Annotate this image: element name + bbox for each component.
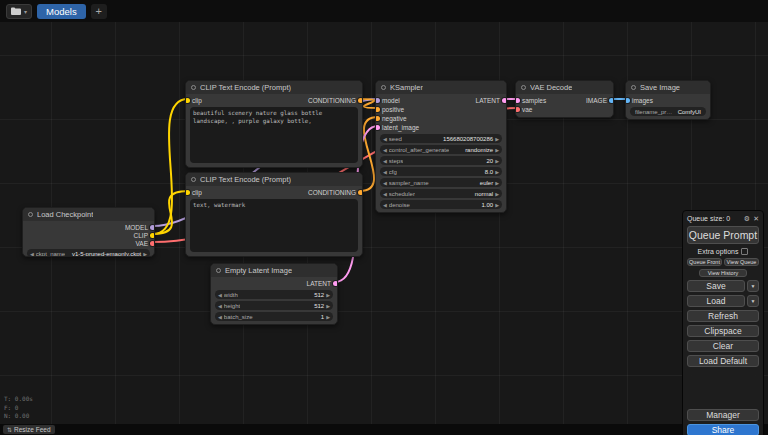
decrement-arrow-icon[interactable]: ◀ xyxy=(30,251,34,257)
samples-input-port[interactable] xyxy=(515,98,520,103)
negative-input-port[interactable] xyxy=(375,116,380,121)
load-dropdown-button[interactable]: ▼ xyxy=(747,295,759,307)
increment-arrow-icon[interactable]: ▶ xyxy=(495,191,499,197)
collapse-icon[interactable] xyxy=(521,85,526,90)
widget-control-after-generate[interactable]: ◀control_after_generaterandomize▶ xyxy=(380,145,502,154)
node-clip-text-encode-negative[interactable]: CLIP Text Encode (Prompt) clip CONDITION… xyxy=(185,172,363,257)
decrement-arrow-icon[interactable]: ◀ xyxy=(383,180,387,186)
node-header[interactable]: VAE Decode xyxy=(516,81,613,94)
collapse-icon[interactable] xyxy=(191,85,196,90)
decrement-arrow-icon[interactable]: ◀ xyxy=(383,147,387,153)
gear-icon[interactable]: ⚙ xyxy=(744,215,750,222)
new-workflow-button[interactable]: + xyxy=(91,4,107,19)
latent-output-port[interactable] xyxy=(333,281,338,286)
increment-arrow-icon[interactable]: ▶ xyxy=(495,180,499,186)
queue-prompt-button[interactable]: Queue Prompt xyxy=(687,226,759,244)
workflows-folder-button[interactable]: ▾ xyxy=(6,4,32,19)
widget-width[interactable]: ◀width512▶ xyxy=(215,290,333,299)
conditioning-output-port[interactable] xyxy=(358,190,363,195)
decrement-arrow-icon[interactable]: ◀ xyxy=(383,191,387,197)
decrement-arrow-icon[interactable]: ◀ xyxy=(218,303,222,309)
view-history-button[interactable]: View History xyxy=(699,269,747,277)
increment-arrow-icon[interactable]: ▶ xyxy=(326,303,330,309)
images-input-port[interactable] xyxy=(625,98,630,103)
increment-arrow-icon[interactable]: ▶ xyxy=(495,169,499,175)
widget-batch-size[interactable]: ◀batch_size1▶ xyxy=(215,312,333,321)
decrement-arrow-icon[interactable]: ◀ xyxy=(383,136,387,142)
increment-arrow-icon[interactable]: ▶ xyxy=(143,251,147,257)
output-label-image: IMAGE xyxy=(586,97,607,104)
conditioning-output-port[interactable] xyxy=(358,98,363,103)
manager-button[interactable]: Manager xyxy=(687,409,759,421)
model-input-port[interactable] xyxy=(375,98,380,103)
close-icon[interactable]: ✕ xyxy=(753,215,759,222)
increment-arrow-icon[interactable]: ▶ xyxy=(495,202,499,208)
increment-arrow-icon[interactable]: ▶ xyxy=(326,314,330,320)
decrement-arrow-icon[interactable]: ◀ xyxy=(383,202,387,208)
node-save-image[interactable]: Save Image images filename_prefix ComfyU… xyxy=(625,80,711,120)
view-history-label: View History xyxy=(708,270,738,276)
node-header[interactable]: CLIP Text Encode (Prompt) xyxy=(186,81,362,94)
node-header[interactable]: Empty Latent Image xyxy=(211,264,337,277)
widget-name: batch_size xyxy=(224,314,253,320)
clip-output-port[interactable] xyxy=(150,233,155,238)
clip-input-port[interactable] xyxy=(185,98,190,103)
extra-options-checkbox[interactable] xyxy=(741,248,748,255)
load-default-button[interactable]: Load Default xyxy=(687,355,759,367)
node-header[interactable]: CLIP Text Encode (Prompt) xyxy=(186,173,362,186)
positive-input-port[interactable] xyxy=(375,107,380,112)
widget-scheduler[interactable]: ◀schedulernormal▶ xyxy=(380,189,502,198)
collapse-icon[interactable] xyxy=(216,268,221,273)
widget-filename-prefix[interactable]: filename_prefix ComfyUI xyxy=(630,107,706,116)
view-queue-button[interactable]: View Queue xyxy=(724,258,759,266)
collapse-icon[interactable] xyxy=(631,85,636,90)
latent-image-input-port[interactable] xyxy=(375,125,380,130)
save-button[interactable]: Save xyxy=(687,280,745,292)
increment-arrow-icon[interactable]: ▶ xyxy=(326,292,330,298)
collapse-icon[interactable] xyxy=(381,85,386,90)
widget-ckpt-name[interactable]: ◀ ckpt_name v1-5-pruned-emaonly.ckpt ▶ xyxy=(27,249,150,257)
prompt-textarea[interactable]: beautiful scenery nature glass bottle la… xyxy=(190,107,358,163)
node-ksampler[interactable]: KSampler model LATENT positive negative … xyxy=(375,80,507,213)
widget-steps[interactable]: ◀steps20▶ xyxy=(380,156,502,165)
load-button[interactable]: Load xyxy=(687,295,745,307)
tab-models[interactable]: Models xyxy=(37,4,86,19)
node-empty-latent-image[interactable]: Empty Latent Image LATENT ◀width512▶ ◀he… xyxy=(210,263,338,325)
decrement-arrow-icon[interactable]: ◀ xyxy=(218,292,222,298)
decrement-arrow-icon[interactable]: ◀ xyxy=(218,314,222,320)
node-load-checkpoint[interactable]: Load Checkpoint MODEL CLIP VAE ◀ ckpt_na… xyxy=(22,207,155,257)
collapse-icon[interactable] xyxy=(28,212,33,217)
widget-cfg[interactable]: ◀cfg8.0▶ xyxy=(380,167,502,176)
prompt-textarea[interactable]: text, watermark xyxy=(190,199,358,252)
node-vae-decode[interactable]: VAE Decode samples IMAGE vae xyxy=(515,80,614,118)
node-header[interactable]: Load Checkpoint xyxy=(23,208,154,221)
resize-feed-button[interactable]: ⇅ Resize Feed xyxy=(3,425,55,434)
widget-seed[interactable]: ◀seed156680208700286▶ xyxy=(380,134,502,143)
node-clip-text-encode-positive[interactable]: CLIP Text Encode (Prompt) clip CONDITION… xyxy=(185,80,363,168)
increment-arrow-icon[interactable]: ▶ xyxy=(495,147,499,153)
vae-output-port[interactable] xyxy=(150,241,155,246)
decrement-arrow-icon[interactable]: ◀ xyxy=(383,169,387,175)
node-header[interactable]: KSampler xyxy=(376,81,506,94)
image-output-port[interactable] xyxy=(609,98,614,103)
vae-input-port[interactable] xyxy=(515,107,520,112)
clip-input-port[interactable] xyxy=(185,190,190,195)
clipspace-button[interactable]: Clipspace xyxy=(687,325,759,337)
widget-name: width xyxy=(224,292,238,298)
widget-denoise[interactable]: ◀denoise1.00▶ xyxy=(380,200,502,209)
increment-arrow-icon[interactable]: ▶ xyxy=(495,136,499,142)
decrement-arrow-icon[interactable]: ◀ xyxy=(383,158,387,164)
clear-button[interactable]: Clear xyxy=(687,340,759,352)
collapse-icon[interactable] xyxy=(191,177,196,182)
share-button[interactable]: Share xyxy=(687,424,759,435)
widget-sampler-name[interactable]: ◀sampler_nameeuler▶ xyxy=(380,178,502,187)
output-label-model: MODEL xyxy=(125,224,148,231)
queue-front-button[interactable]: Queue Front xyxy=(687,258,722,266)
model-output-port[interactable] xyxy=(150,225,155,230)
latent-output-port[interactable] xyxy=(502,98,507,103)
refresh-button[interactable]: Refresh xyxy=(687,310,759,322)
widget-height[interactable]: ◀height512▶ xyxy=(215,301,333,310)
node-header[interactable]: Save Image xyxy=(626,81,710,94)
increment-arrow-icon[interactable]: ▶ xyxy=(495,158,499,164)
save-dropdown-button[interactable]: ▼ xyxy=(747,280,759,292)
